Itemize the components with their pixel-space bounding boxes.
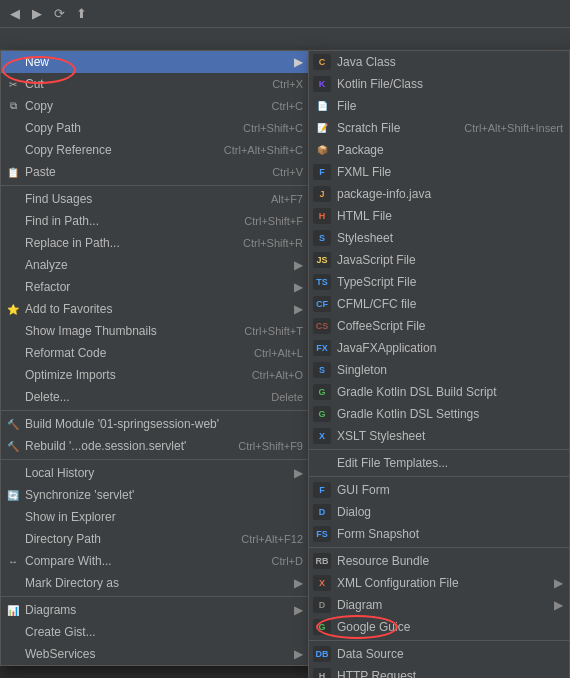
- replace-in-path-label: Replace in Path...: [25, 236, 120, 250]
- submenu-item-diagram[interactable]: DDiagram▶: [309, 594, 569, 616]
- menu-item-paste[interactable]: 📋PasteCtrl+V: [1, 161, 309, 183]
- submenu-item-http-request[interactable]: HHTTP Request: [309, 665, 569, 678]
- submenu-item-gradle-kotlin-dsl-settings[interactable]: GGradle Kotlin DSL Settings: [309, 403, 569, 425]
- menu-item-build-module[interactable]: 🔨Build Module '01-springsession-web': [1, 413, 309, 435]
- submenu-item-google-guice[interactable]: GGoogle Guice: [309, 616, 569, 638]
- submenu-item-typescript-file[interactable]: TSTypeScript File: [309, 271, 569, 293]
- submenu-item-kotlin-file-class[interactable]: KKotlin File/Class: [309, 73, 569, 95]
- menu-item-refactor[interactable]: Refactor▶: [1, 276, 309, 298]
- submenu-item-xml-configuration-file[interactable]: XXML Configuration File▶: [309, 572, 569, 594]
- kotlin-file-class-icon: K: [313, 76, 331, 92]
- menu-item-copy-path[interactable]: Copy PathCtrl+Shift+C: [1, 117, 309, 139]
- package-info-java-icon: J: [313, 186, 331, 202]
- menu-item-find-usages[interactable]: Find UsagesAlt+F7: [1, 188, 309, 210]
- mark-directory-as-arrow: ▶: [294, 576, 303, 590]
- diagrams-icon: 📊: [5, 602, 21, 618]
- refresh-button[interactable]: ⟳: [50, 5, 68, 23]
- fxml-file-label: FXML File: [337, 165, 391, 179]
- paste-label: Paste: [25, 165, 56, 179]
- up-button[interactable]: ⬆: [72, 5, 90, 23]
- submenu-item-stylesheet[interactable]: SStylesheet: [309, 227, 569, 249]
- menu-item-rebuild[interactable]: 🔨Rebuild '...ode.session.servlet'Ctrl+Sh…: [1, 435, 309, 457]
- submenu-item-xslt-stylesheet[interactable]: XXSLT Stylesheet: [309, 425, 569, 447]
- back-button[interactable]: ◀: [6, 5, 24, 23]
- xslt-stylesheet-label: XSLT Stylesheet: [337, 429, 425, 443]
- refactor-label: Refactor: [25, 280, 70, 294]
- menu-item-delete[interactable]: Delete...Delete: [1, 386, 309, 408]
- toolbar: ◀ ▶ ⟳ ⬆: [0, 0, 570, 28]
- submenu-item-cfml-cfc-file[interactable]: CFCFML/CFC file: [309, 293, 569, 315]
- submenu-item-dialog[interactable]: DDialog: [309, 501, 569, 523]
- gui-form-icon: F: [313, 482, 331, 498]
- find-in-path-shortcut: Ctrl+Shift+F: [244, 215, 303, 227]
- submenu-item-edit-file-templates[interactable]: Edit File Templates...: [309, 452, 569, 474]
- submenu-item-gradle-kotlin-dsl-build[interactable]: GGradle Kotlin DSL Build Script: [309, 381, 569, 403]
- copy-reference-shortcut: Ctrl+Alt+Shift+C: [224, 144, 303, 156]
- menu-item-analyze[interactable]: Analyze▶: [1, 254, 309, 276]
- menu-item-replace-in-path[interactable]: Replace in Path...Ctrl+Shift+R: [1, 232, 309, 254]
- new-arrow: ▶: [294, 55, 303, 69]
- submenu-item-gui-form[interactable]: FGUI Form: [309, 479, 569, 501]
- forward-button[interactable]: ▶: [28, 5, 46, 23]
- file-icon: 📄: [313, 98, 331, 114]
- submenu-item-package[interactable]: 📦Package: [309, 139, 569, 161]
- google-guice-label: Google Guice: [337, 620, 410, 634]
- submenu-item-file[interactable]: 📄File: [309, 95, 569, 117]
- menu-item-synchronize[interactable]: 🔄Synchronize 'servlet': [1, 484, 309, 506]
- menu-item-copy-reference[interactable]: Copy ReferenceCtrl+Alt+Shift+C: [1, 139, 309, 161]
- singleton-icon: S: [313, 362, 331, 378]
- submenu-item-java-class[interactable]: CJava Class: [309, 51, 569, 73]
- diagram-arrow: ▶: [554, 598, 563, 612]
- separator: [1, 459, 309, 460]
- submenu-item-fxml-file[interactable]: FFXML File: [309, 161, 569, 183]
- submenu-item-javascript-file[interactable]: JSJavaScript File: [309, 249, 569, 271]
- http-request-icon: H: [313, 668, 331, 678]
- menu-item-add-to-favorites[interactable]: ⭐Add to Favorites▶: [1, 298, 309, 320]
- submenu-item-scratch-file[interactable]: 📝Scratch FileCtrl+Alt+Shift+Insert: [309, 117, 569, 139]
- refactor-arrow: ▶: [294, 280, 303, 294]
- add-to-favorites-arrow: ▶: [294, 302, 303, 316]
- menu-item-new[interactable]: New▶: [1, 51, 309, 73]
- menu-item-find-in-path[interactable]: Find in Path...Ctrl+Shift+F: [1, 210, 309, 232]
- menu-item-cut[interactable]: ✂CutCtrl+X: [1, 73, 309, 95]
- submenu-item-coffeescript-file[interactable]: CSCoffeeScript File: [309, 315, 569, 337]
- submenu-item-form-snapshot[interactable]: FSForm Snapshot: [309, 523, 569, 545]
- show-image-thumbnails-shortcut: Ctrl+Shift+T: [244, 325, 303, 337]
- submenu-item-html-file[interactable]: HHTML File: [309, 205, 569, 227]
- package-icon: 📦: [313, 142, 331, 158]
- menu-item-local-history[interactable]: Local History▶: [1, 462, 309, 484]
- menu-item-show-image-thumbnails[interactable]: Show Image ThumbnailsCtrl+Shift+T: [1, 320, 309, 342]
- rebuild-shortcut: Ctrl+Shift+F9: [238, 440, 303, 452]
- cfml-cfc-file-label: CFML/CFC file: [337, 297, 416, 311]
- menu-item-mark-directory-as[interactable]: Mark Directory as▶: [1, 572, 309, 594]
- menu-item-directory-path[interactable]: Directory PathCtrl+Alt+F12: [1, 528, 309, 550]
- package-info-java-label: package-info.java: [337, 187, 431, 201]
- menu-item-webservices[interactable]: WebServices▶: [1, 643, 309, 665]
- submenu-item-singleton[interactable]: SSingleton: [309, 359, 569, 381]
- submenu-item-data-source[interactable]: DBData Source: [309, 643, 569, 665]
- menu-item-create-gist[interactable]: Create Gist...: [1, 621, 309, 643]
- local-history-arrow: ▶: [294, 466, 303, 480]
- javafx-application-label: JavaFXApplication: [337, 341, 436, 355]
- menu-item-reformat-code[interactable]: Reformat CodeCtrl+Alt+L: [1, 342, 309, 364]
- java-class-label: Java Class: [337, 55, 396, 69]
- menu-item-show-in-explorer[interactable]: Show in Explorer: [1, 506, 309, 528]
- submenu-item-resource-bundle[interactable]: RBResource Bundle: [309, 550, 569, 572]
- compare-with-icon: ↔: [5, 553, 21, 569]
- menu-item-copy[interactable]: ⧉CopyCtrl+C: [1, 95, 309, 117]
- separator: [1, 596, 309, 597]
- submenu-separator: [309, 449, 569, 450]
- submenu-item-package-info-java[interactable]: Jpackage-info.java: [309, 183, 569, 205]
- context-menu: New▶✂CutCtrl+X⧉CopyCtrl+CCopy PathCtrl+S…: [0, 50, 310, 666]
- menu-item-compare-with[interactable]: ↔Compare With...Ctrl+D: [1, 550, 309, 572]
- menu-item-diagrams[interactable]: 📊Diagrams▶: [1, 599, 309, 621]
- form-snapshot-icon: FS: [313, 526, 331, 542]
- javascript-file-label: JavaScript File: [337, 253, 416, 267]
- menu-item-optimize-imports[interactable]: Optimize ImportsCtrl+Alt+O: [1, 364, 309, 386]
- form-snapshot-label: Form Snapshot: [337, 527, 419, 541]
- cut-label: Cut: [25, 77, 44, 91]
- cut-icon: ✂: [5, 76, 21, 92]
- kotlin-file-class-label: Kotlin File/Class: [337, 77, 423, 91]
- submenu-item-javafx-application[interactable]: FXJavaFXApplication: [309, 337, 569, 359]
- http-request-label: HTTP Request: [337, 669, 416, 678]
